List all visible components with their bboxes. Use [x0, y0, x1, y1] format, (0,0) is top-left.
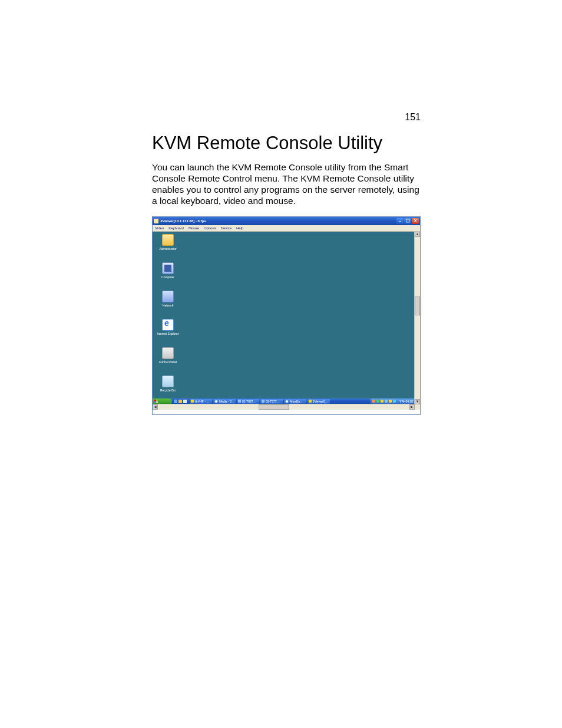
network-icon: [162, 291, 174, 302]
scroll-corner: [415, 404, 420, 410]
computer-icon: [162, 262, 174, 274]
minimize-button[interactable]: –: [396, 218, 404, 224]
icon-network[interactable]: Network: [156, 291, 180, 307]
icon-label: Administrator: [156, 247, 180, 251]
icon-computer[interactable]: Computer: [156, 262, 180, 279]
tray-icon[interactable]: [393, 400, 396, 403]
menubar: Video Keyboard Mouse Options Device Help: [153, 225, 420, 232]
tray-icon[interactable]: [376, 400, 379, 403]
tray-icon[interactable]: [389, 400, 392, 403]
taskbar-item[interactable]: 02-T577...: [260, 399, 283, 404]
taskbar-item[interactable]: 收件匣 - ...: [190, 399, 212, 404]
tray-icon[interactable]: [385, 400, 388, 403]
quick-launch-icon[interactable]: [174, 400, 177, 403]
taskbar-item[interactable]: AltosEp...: [284, 399, 306, 404]
page-content: KVM Remote Console Utility You can launc…: [152, 133, 420, 415]
close-button[interactable]: X: [412, 218, 419, 224]
icon-ie[interactable]: Internet Explorer: [156, 319, 180, 335]
menu-keyboard[interactable]: Keyboard: [168, 226, 184, 230]
menu-device[interactable]: Device: [221, 226, 232, 230]
quick-launch-icon[interactable]: [183, 400, 187, 403]
scroll-left-icon[interactable]: ◀: [153, 404, 158, 410]
scroll-down-icon[interactable]: ▼: [415, 399, 420, 404]
scroll-thumb[interactable]: [415, 297, 420, 315]
ie-icon: [162, 319, 174, 331]
kvm-screenshot: JViewer[10.1.111.66] - 0 fps – ❐ X Video…: [152, 216, 421, 415]
control-panel-icon: [162, 347, 174, 359]
tray-icon[interactable]: [372, 400, 375, 403]
scroll-thumb[interactable]: [259, 404, 289, 410]
desktop-icons: Administrator Computer Network Internet …: [156, 234, 180, 404]
body-paragraph: You can launch the KVM Remote Console ut…: [152, 162, 420, 207]
scroll-up-icon[interactable]: ▲: [415, 232, 420, 237]
app-icon: [154, 219, 158, 223]
icon-control-panel[interactable]: Control Panel: [156, 347, 180, 364]
window-title: JViewer[10.1.111.66] - 0 fps: [160, 219, 396, 223]
tray-icon[interactable]: [381, 400, 384, 403]
folder-icon: [162, 234, 174, 246]
taskbar-item[interactable]: Media - 0...: [213, 399, 236, 404]
windows-logo-icon: [154, 400, 158, 403]
window-controls: – ❐ X: [396, 218, 419, 224]
taskbar-item[interactable]: JViewer[1...: [308, 399, 330, 404]
page-number: 151: [405, 112, 421, 123]
clock: 下午 04:38: [397, 400, 413, 403]
icon-label: Computer: [156, 275, 180, 279]
viewer-area: Administrator Computer Network Internet …: [153, 232, 420, 410]
remote-desktop[interactable]: Administrator Computer Network Internet …: [153, 232, 415, 404]
vertical-scrollbar[interactable]: ▲ ▼: [414, 232, 420, 404]
maximize-button[interactable]: ❐: [404, 218, 411, 224]
recycle-bin-icon: [162, 375, 174, 387]
titlebar: JViewer[10.1.111.66] - 0 fps – ❐ X: [153, 217, 420, 225]
menu-mouse[interactable]: Mouse: [189, 226, 199, 230]
menu-options[interactable]: Options: [204, 226, 216, 230]
taskbar-item[interactable]: 01-T027...: [237, 399, 259, 404]
icon-label: Control Panel: [156, 360, 180, 364]
quick-launch-icon[interactable]: [178, 400, 182, 403]
icon-administrator[interactable]: Administrator: [156, 234, 180, 251]
heading: KVM Remote Console Utility: [152, 133, 420, 154]
icon-label: Network: [156, 304, 180, 307]
icon-label: Internet Explorer: [156, 332, 180, 335]
icon-label: Recycle Bin: [156, 388, 180, 392]
menu-help[interactable]: Help: [236, 226, 243, 230]
menu-video[interactable]: Video: [155, 226, 164, 230]
horizontal-scrollbar[interactable]: ◀ ▶: [153, 404, 415, 410]
icon-recycle-bin[interactable]: Recycle Bin: [156, 375, 180, 392]
scroll-right-icon[interactable]: ▶: [409, 404, 415, 410]
